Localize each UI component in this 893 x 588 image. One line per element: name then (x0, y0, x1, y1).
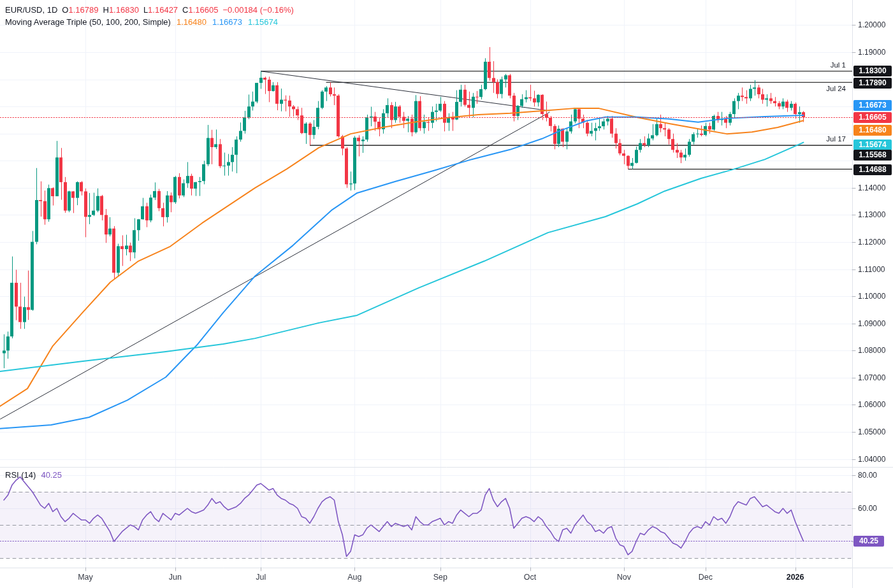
price-axis[interactable]: 1.200001.190001.140001.130001.120001.110… (852, 0, 893, 588)
symbol-title: EUR/USD, 1D (5, 5, 57, 15)
rsi-legend[interactable]: RSI (14)40.25 (5, 470, 62, 480)
close-key: C (182, 5, 188, 15)
ma-label: Moving Average Triple (50, 100, 200, Sim… (5, 17, 171, 27)
ma100-value: 1.16673 (212, 17, 242, 27)
high-value: 1.16830 (109, 5, 139, 15)
ma-legend[interactable]: Moving Average Triple (50, 100, 200, Sim… (5, 16, 278, 28)
price-axis-label: 1.12000 (858, 238, 885, 247)
price-axis-label: 1.06000 (858, 400, 885, 409)
rsi-axis-label: 80.00 (858, 471, 877, 480)
time-axis-label: Sep (433, 573, 447, 582)
price-badge: 1.15568 (853, 150, 892, 161)
ma50-value: 1.16480 (177, 17, 207, 27)
price-badge: 1.15674 (853, 140, 892, 150)
price-axis-label: 1.19000 (858, 48, 885, 57)
price-badge: 1.16673 (853, 100, 892, 111)
price-badge: 1.16605 (853, 112, 892, 123)
time-axis-label: May (78, 573, 93, 582)
time-axis[interactable]: MayJunJulAugSepOctNovDec2026 (0, 568, 852, 588)
time-axis-label: Dec (699, 573, 713, 582)
time-axis-label: Nov (617, 573, 631, 582)
change-value: −0.00184 (−0.16%) (223, 5, 294, 15)
trading-chart: EUR/USD, 1DO1.16789H1.16830L1.16427C1.16… (0, 0, 893, 588)
open-value: 1.16789 (68, 5, 98, 15)
time-axis-label: Jul (256, 573, 266, 582)
price-axis-label: 1.04000 (858, 455, 885, 464)
price-axis-label: 1.09000 (858, 319, 885, 328)
price-badge: 1.18300 (853, 66, 892, 76)
rsi-value: 40.25 (41, 470, 62, 480)
time-axis-label: Aug (347, 573, 361, 582)
rsi-badge: 40.25 (853, 536, 884, 547)
rsi-axis-label: 60.00 (858, 504, 877, 513)
high-key: H (103, 5, 108, 15)
close-value: 1.16605 (189, 5, 219, 15)
price-axis-label: 1.14000 (858, 183, 885, 192)
price-axis-label: 1.20000 (858, 20, 885, 29)
rsi-label: RSI (14) (5, 470, 36, 480)
price-badge: 1.17890 (853, 78, 892, 89)
ma200-value: 1.15674 (248, 17, 278, 27)
time-axis-label: Oct (524, 573, 536, 582)
price-axis-label: 1.10000 (858, 292, 885, 301)
time-axis-label: Jun (169, 573, 182, 582)
time-axis-label: 2026 (787, 573, 804, 582)
chart-canvas[interactable] (0, 0, 893, 588)
symbol-legend[interactable]: EUR/USD, 1DO1.16789H1.16830L1.16427C1.16… (5, 4, 294, 16)
price-axis-label: 1.13000 (858, 210, 885, 219)
price-axis-label: 1.05000 (858, 427, 885, 436)
price-badge: 1.16480 (853, 125, 892, 136)
low-value: 1.16427 (148, 5, 178, 15)
price-axis-label: 1.08000 (858, 346, 885, 355)
price-axis-label: 1.07000 (858, 373, 885, 382)
price-badge: 1.14688 (853, 164, 892, 175)
price-axis-label: 1.11000 (858, 265, 885, 274)
open-key: O (62, 5, 68, 15)
